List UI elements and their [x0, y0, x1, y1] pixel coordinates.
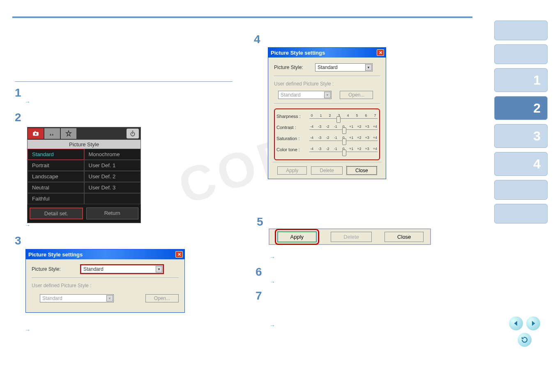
back-icon[interactable]	[518, 333, 532, 347]
user-defined-dropdown: Standard ▼	[40, 294, 114, 302]
detail-set-button[interactable]: Detail set.	[30, 208, 83, 219]
style-standard[interactable]: Standard	[28, 149, 84, 160]
style-userdef3[interactable]: User Def. 3	[84, 182, 141, 193]
arrow-icon: →	[25, 99, 30, 105]
step-5-number: 5	[257, 215, 263, 228]
picture-style-label: Picture Style:	[274, 65, 315, 70]
style-neutral[interactable]: Neutral	[28, 182, 84, 193]
sliders-group-highlight: Sharpness : 01234567 Contrast : -4-3-2-1…	[274, 108, 380, 160]
picture-style-title: Picture Style	[28, 140, 140, 149]
camera-tabs	[28, 127, 140, 140]
dialog3-titlebar: Picture Style settings ✕	[26, 249, 184, 259]
chevron-down-icon: ▼	[324, 92, 331, 98]
picture-style-value: Standard	[83, 266, 104, 272]
nav-box-chapter-4[interactable]: 4	[494, 152, 548, 176]
user-defined-label: User defined Picture Style :	[32, 283, 179, 288]
arrow-icon: →	[25, 327, 30, 333]
style-monochrome[interactable]: Monochrome	[84, 149, 141, 160]
picture-style-dropdown[interactable]: Standard ▼	[81, 265, 163, 273]
style-landscape[interactable]: Landscape	[28, 171, 84, 182]
camera-tab-shoot-icon[interactable]	[28, 128, 44, 139]
style-portrait[interactable]: Portrait	[28, 160, 84, 171]
delete-button: Delete	[331, 232, 372, 242]
sharpness-ticks: 01234567	[309, 113, 378, 118]
color-tone-label: Color tone :	[276, 147, 309, 152]
saturation-label: Saturation :	[276, 136, 309, 141]
step-7-number: 7	[256, 289, 262, 302]
step-6-number: 6	[256, 265, 262, 279]
apply-button: Apply	[277, 166, 307, 175]
open-button: Open...	[145, 294, 179, 302]
picture-style-dropdown[interactable]: Standard ▼	[315, 63, 373, 71]
svg-rect-2	[35, 131, 36, 132]
arrow-icon: →	[269, 254, 275, 261]
picture-style-grid: Standard Monochrome Portrait User Def. 1…	[28, 149, 140, 204]
svg-marker-6	[532, 321, 535, 326]
nav-box-7[interactable]	[494, 204, 548, 224]
apply-highlight: Apply	[276, 230, 318, 244]
saturation-slider-thumb[interactable]	[342, 138, 346, 145]
close-button[interactable]: Close	[347, 166, 377, 175]
svg-marker-3	[66, 131, 71, 136]
style-faithful[interactable]: Faithful	[28, 193, 84, 204]
delete-button: Delete	[311, 166, 343, 175]
style-userdef2[interactable]: User Def. 2	[84, 171, 141, 182]
nav-box-1[interactable]	[494, 44, 548, 64]
user-defined-label: User defined Picture Style :	[274, 81, 380, 87]
step-4-number: 4	[254, 33, 260, 46]
picture-style-label: Picture Style:	[32, 266, 81, 272]
user-defined-value: Standard	[42, 295, 62, 301]
section-rule	[15, 81, 233, 82]
sharpness-label: Sharpness :	[276, 114, 309, 119]
camera-timer-icon[interactable]	[127, 129, 139, 138]
camera-picture-style-menu: Picture Style Standard Monochrome Portra…	[27, 127, 141, 223]
sharpness-slider-thumb[interactable]	[336, 116, 341, 123]
apply-delete-close-bar: Apply Delete Close	[269, 228, 431, 245]
svg-point-1	[35, 133, 37, 135]
style-userdef1[interactable]: User Def. 1	[84, 160, 141, 171]
picture-style-value: Standard	[318, 65, 338, 70]
nav-box-6[interactable]	[494, 180, 548, 200]
colortone-slider-thumb[interactable]	[342, 150, 346, 156]
dialog3-title: Picture Style settings	[28, 251, 175, 258]
chevron-down-icon[interactable]: ▼	[365, 64, 372, 71]
nav-box-chapter-3[interactable]: 3	[494, 124, 548, 148]
chevron-down-icon[interactable]: ▼	[156, 266, 162, 272]
nav-box-0[interactable]	[494, 21, 548, 40]
arrow-icon: →	[25, 222, 30, 228]
nav-box-chapter-2[interactable]: 2	[494, 96, 548, 120]
prev-page-icon[interactable]	[509, 316, 523, 330]
return-button[interactable]: Return	[86, 208, 139, 219]
page-nav-circles	[509, 316, 540, 347]
contrast-slider-thumb[interactable]	[342, 127, 346, 134]
nav-box-chapter-1[interactable]: 1	[494, 68, 548, 92]
step-3-number: 3	[15, 234, 21, 247]
style-empty	[84, 193, 141, 204]
open-button: Open...	[340, 91, 373, 99]
header-rule	[12, 16, 472, 18]
dialog4-titlebar: Picture Style settings ✕	[268, 48, 386, 58]
dialog4-title: Picture Style settings	[271, 50, 377, 56]
next-page-icon[interactable]	[526, 316, 540, 330]
svg-marker-5	[514, 321, 518, 326]
user-defined-value: Standard	[281, 92, 301, 98]
step-2-number: 2	[15, 111, 21, 124]
chevron-down-icon: ▼	[106, 295, 113, 302]
picture-style-settings-dialog-step4: Picture Style settings ✕ Picture Style: …	[268, 47, 386, 179]
step-1-number: 1	[15, 86, 21, 99]
close-button[interactable]: Close	[385, 232, 424, 242]
close-icon[interactable]: ✕	[175, 251, 183, 258]
close-icon[interactable]: ✕	[377, 49, 384, 56]
camera-tab-star-icon[interactable]	[61, 128, 76, 139]
right-nav-panel: 1 2 3 4	[494, 21, 548, 224]
arrow-icon: →	[269, 279, 275, 285]
user-defined-dropdown: Standard ▼	[278, 91, 332, 99]
apply-button[interactable]: Apply	[278, 232, 317, 242]
contrast-label: Contrast :	[276, 125, 309, 130]
arrow-icon: →	[269, 322, 275, 329]
picture-style-settings-dialog-step3: Picture Style settings ✕ Picture Style: …	[25, 249, 185, 313]
camera-tab-tools-icon[interactable]	[44, 128, 60, 139]
